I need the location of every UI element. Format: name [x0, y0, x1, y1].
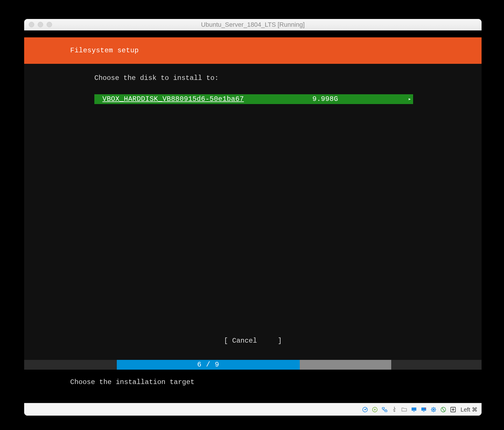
disk-size: 9.998G — [312, 95, 338, 104]
svg-rect-5 — [382, 407, 384, 409]
installer-header-text: Filesystem setup — [70, 46, 139, 55]
keyboard-capture-icon[interactable] — [450, 406, 457, 413]
progress-fill: 6 / 9 — [117, 360, 300, 370]
recording-icon[interactable] — [420, 406, 427, 413]
installer-body: Choose the disk to install to: VBOX_HARD… — [24, 64, 482, 368]
svg-rect-12 — [423, 411, 425, 412]
window-titlebar[interactable]: Ubuntu_Server_1804_LTS [Running] — [24, 19, 482, 30]
disk-name: VBOX_HARDDISK_VB880915d6-50e1ba67 — [102, 95, 244, 104]
svg-point-4 — [374, 409, 375, 410]
virtualbox-window: Ubuntu_Server_1804_LTS [Running] Filesys… — [24, 19, 482, 416]
host-key-indicator: Left ⌘ — [461, 406, 478, 413]
chevron-right-icon: ▸ — [408, 96, 411, 103]
svg-rect-9 — [413, 411, 415, 412]
cpu-icon[interactable] — [430, 406, 437, 413]
host-key-label: Left ⌘ — [461, 406, 478, 413]
cancel-button[interactable]: [ Cancel ] — [24, 336, 482, 345]
progress-gutter-right — [391, 360, 482, 370]
optical-disk-icon[interactable] — [371, 406, 378, 413]
svg-rect-8 — [412, 407, 417, 410]
virtualbox-statusbar: Left ⌘ — [24, 403, 482, 416]
network-icon[interactable] — [381, 406, 388, 413]
installer-console: Filesystem setup Choose the disk to inst… — [24, 37, 482, 403]
svg-point-11 — [425, 408, 426, 409]
installer-header: Filesystem setup — [24, 37, 482, 64]
mouse-integration-icon[interactable] — [440, 406, 447, 413]
disk-option[interactable]: VBOX_HARDDISK_VB880915d6-50e1ba67 9.998G… — [94, 94, 413, 104]
hard-disk-icon[interactable] — [362, 406, 369, 413]
shared-folder-icon[interactable] — [401, 406, 408, 413]
progress-gutter-left — [24, 360, 117, 370]
installer-hint: Choose the installation target — [70, 378, 194, 387]
display-icon[interactable] — [411, 406, 417, 413]
installer-prompt: Choose the disk to install to: — [24, 74, 482, 83]
vm-framebuffer[interactable]: Filesystem setup Choose the disk to inst… — [24, 30, 482, 403]
window-title: Ubuntu_Server_1804_LTS [Running] — [24, 21, 482, 28]
usb-icon[interactable] — [391, 406, 398, 413]
progress-remaining — [300, 360, 391, 370]
progress-bar: 6 / 9 — [24, 360, 482, 370]
progress-label: 6 / 9 — [197, 360, 219, 369]
svg-point-7 — [394, 407, 395, 408]
svg-rect-14 — [433, 409, 434, 410]
